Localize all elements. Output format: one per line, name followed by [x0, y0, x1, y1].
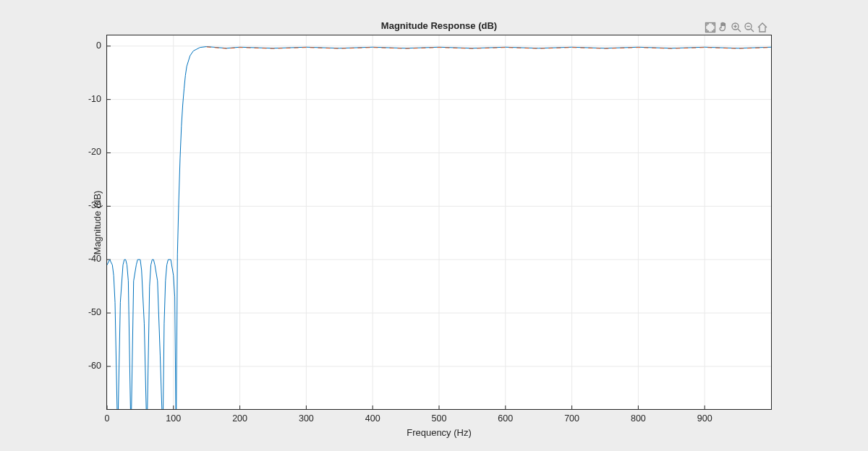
y-tick-label: 0 [72, 40, 101, 51]
x-tick-label: 100 [159, 413, 188, 424]
axes-toolbar [705, 22, 768, 36]
x-tick-label: 200 [226, 413, 255, 424]
expand-icon[interactable] [705, 22, 716, 36]
x-tick-label: 300 [292, 413, 320, 424]
y-tick-label: -20 [72, 147, 101, 157]
figure-window: Magnitude Response (dB) 0100200300400500… [6, 6, 862, 445]
x-tick-label: 600 [491, 413, 520, 424]
y-tick-label: -10 [72, 94, 101, 104]
x-tick-label: 400 [358, 413, 387, 424]
x-tick-label: 500 [425, 413, 454, 424]
y-tick-label: -40 [72, 254, 101, 264]
svg-line-2 [738, 29, 741, 32]
home-icon[interactable] [757, 22, 768, 36]
x-tick-label: 700 [558, 413, 587, 424]
y-tick-label: -60 [72, 361, 101, 371]
y-tick-label: -50 [72, 307, 101, 317]
x-tick-label: 900 [690, 413, 719, 424]
svg-line-6 [751, 29, 754, 32]
zoom-in-icon[interactable] [731, 22, 742, 36]
x-tick-label: 0 [93, 413, 122, 424]
axes[interactable]: 0100200300400500600700800900 0-10-20-30-… [106, 35, 772, 410]
y-axis-label: Magnitude (dB) [92, 190, 103, 254]
plot-canvas [107, 35, 771, 409]
pan-icon[interactable] [718, 22, 729, 36]
x-tick-label: 800 [624, 413, 652, 424]
zoom-out-icon[interactable] [744, 22, 755, 36]
x-axis-label: Frequency (Hz) [107, 427, 771, 438]
chart-title: Magnitude Response (dB) [106, 20, 772, 31]
